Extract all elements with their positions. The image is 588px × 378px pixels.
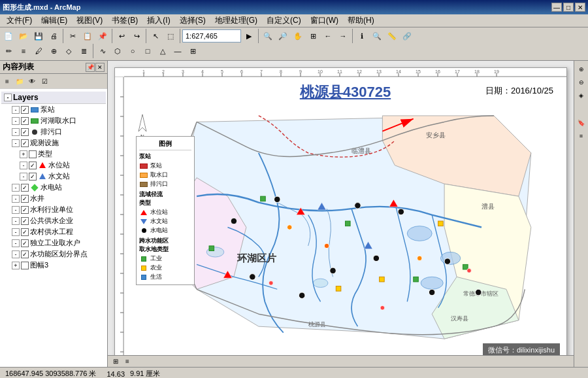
layer-item-well[interactable]: - 水井 — [1, 193, 106, 204]
layer-item-industrial-water[interactable]: - 独立工业取水户 — [1, 237, 106, 249]
legend-section-flow: 流域径流类型 — [139, 190, 191, 207]
list-by-drawing-order-button[interactable]: ≡ — [1, 75, 13, 87]
identify-button[interactable]: ℹ — [355, 29, 369, 43]
measure-button[interactable]: 📏 — [385, 29, 399, 43]
copy-button[interactable]: 📋 — [80, 29, 95, 43]
sidebar-pin-button[interactable]: 📌 — [86, 63, 95, 72]
find-button[interactable]: 🔍 — [370, 29, 384, 43]
menu-edit[interactable]: 编辑(E) — [37, 14, 71, 27]
pointer-button[interactable]: ↖ — [148, 29, 163, 43]
back-extent-button[interactable]: ← — [321, 29, 335, 43]
select-button[interactable]: ⬚ — [163, 29, 178, 43]
undo-button[interactable]: ↩ — [114, 29, 129, 43]
menu-insert[interactable]: 插入(I) — [143, 14, 174, 27]
list-by-source-button[interactable]: 📁 — [14, 75, 25, 87]
toolbars: 📄 📂 💾 🖨 ✂ 📋 📌 ↩ ↪ ↖ ⬚ ▶ 🔍 🔎 ✋ ⊞ ← → ℹ 🔍 … — [0, 27, 588, 61]
new-button[interactable]: 📄 — [1, 29, 16, 43]
layer-item-water-industry[interactable]: - 水利行业单位 — [1, 204, 106, 215]
right-tool-3[interactable]: ◈ — [576, 90, 587, 101]
sidebar-content[interactable]: - Layers - 泵站 - 河湖取水口 - 排污口 — [0, 89, 107, 367]
task-btn[interactable]: ≡ — [16, 44, 31, 58]
editor-btn[interactable]: 🖊 — [31, 44, 46, 58]
snap-btn[interactable]: ⊕ — [46, 44, 61, 58]
svg-point-62 — [421, 277, 443, 289]
sep7 — [93, 44, 93, 58]
hyperlink-button[interactable]: 🔗 — [400, 29, 414, 43]
sketch-btn5[interactable]: △ — [155, 44, 170, 58]
sketch-btn7[interactable]: ⊞ — [186, 44, 200, 58]
zoom-in-button[interactable]: 🔍 — [261, 29, 275, 43]
right-tool-5[interactable]: ≡ — [576, 130, 587, 142]
layout-view-button[interactable]: ⊞ — [110, 356, 121, 367]
layer-item-sewage-outlet[interactable]: - 排污口 — [1, 126, 106, 137]
minimize-button[interactable]: — — [551, 3, 562, 12]
svg-text:1: 1 — [142, 69, 145, 74]
print-button[interactable]: 🖨 — [46, 29, 61, 43]
menu-help[interactable]: 帮助(H) — [344, 14, 378, 27]
layer-item-frame[interactable]: + 图幅3 — [1, 260, 106, 271]
layer-item-hydropower[interactable]: - 水电站 — [1, 182, 106, 193]
redo-button[interactable]: ↪ — [129, 29, 144, 43]
layer-item-rural-water[interactable]: - 农村供水工程 — [1, 226, 106, 237]
svg-point-102 — [380, 305, 385, 310]
menu-window[interactable]: 窗口(W) — [306, 14, 342, 27]
vertex-btn[interactable]: ◇ — [61, 44, 76, 58]
menu-view[interactable]: 视图(V) — [73, 14, 106, 27]
open-button[interactable]: 📂 — [16, 29, 31, 43]
layer-item-water-level[interactable]: - 水位站 — [1, 160, 106, 171]
menu-geoprocessing[interactable]: 地理处理(G) — [211, 14, 261, 27]
svg-rect-96 — [336, 286, 341, 292]
sidebar-close-button[interactable]: ✕ — [95, 63, 105, 72]
full-extent-button[interactable]: ⊞ — [306, 29, 320, 43]
pan-button[interactable]: ✋ — [291, 29, 305, 43]
attr-btn[interactable]: ≣ — [76, 44, 91, 58]
sep1 — [63, 29, 63, 43]
layer-item-hydrology[interactable]: - 水文站 — [1, 171, 106, 182]
scale-input[interactable] — [182, 29, 241, 43]
edit-tool[interactable]: ✏ — [1, 44, 16, 58]
sep2 — [112, 29, 112, 43]
svg-text:4: 4 — [201, 69, 204, 74]
data-view-button[interactable]: ≡ — [122, 356, 133, 367]
menu-bookmark[interactable]: 书签(B) — [108, 14, 142, 27]
layer-item-river-intake[interactable]: - 河湖取水口 — [1, 115, 106, 126]
sketch-btn1[interactable]: ∿ — [95, 44, 110, 58]
maximize-button[interactable]: □ — [563, 3, 574, 12]
menu-select[interactable]: 选择(S) — [176, 14, 210, 27]
menu-customize[interactable]: 自定义(C) — [263, 14, 305, 27]
layer-item-function-zone[interactable]: - 水功能区划分界点 — [1, 249, 106, 260]
close-button[interactable]: ✕ — [575, 3, 585, 12]
go-button[interactable]: ▶ — [242, 29, 256, 43]
svg-text:19: 19 — [494, 69, 499, 74]
menu-file[interactable]: 文件(F) — [3, 14, 36, 27]
list-by-selection-button[interactable]: ☑ — [39, 75, 50, 87]
svg-text:环湖区片: 环湖区片 — [237, 252, 277, 264]
layer-item-type[interactable]: + 类型 — [1, 148, 106, 160]
paste-button[interactable]: 📌 — [95, 29, 110, 43]
right-panel: ⊕ ⊖ ◈ 🔖 ≡ — [574, 61, 588, 367]
save-button[interactable]: 💾 — [31, 29, 46, 43]
right-tool-2[interactable]: ⊖ — [576, 77, 587, 88]
list-by-visibility-button[interactable]: 👁 — [26, 75, 38, 87]
sketch-btn3[interactable]: ○ — [125, 44, 140, 58]
right-tool-4[interactable]: 🔖 — [576, 117, 587, 129]
sketch-btn6[interactable]: — — [171, 44, 185, 58]
svg-rect-87 — [414, 277, 419, 282]
map-bottom-toolbar: ⊞ ≡ — [108, 355, 574, 367]
toolbar-row-2: ✏ ≡ 🖊 ⊕ ◇ ≣ ∿ ⬡ ○ □ △ — ⊞ — [1, 44, 587, 58]
sketch-btn2[interactable]: ⬡ — [110, 44, 125, 58]
layer-item-public-water[interactable]: - 公共供水企业 — [1, 215, 106, 226]
layer-item-monitoring[interactable]: - 观测设施 — [1, 137, 106, 148]
layer-item-pumping-station[interactable]: - 泵站 — [1, 104, 106, 115]
right-tool-1[interactable]: ⊕ — [576, 63, 587, 75]
zoom-out-button[interactable]: 🔎 — [276, 29, 290, 43]
forward-extent-button[interactable]: → — [336, 29, 350, 43]
layers-group-header[interactable]: - Layers — [1, 92, 106, 104]
layers-expand-button[interactable]: - — [4, 94, 12, 101]
svg-point-78 — [429, 289, 434, 295]
svg-text:5: 5 — [221, 69, 223, 74]
north-arrow: N N — [136, 113, 149, 139]
cut-button[interactable]: ✂ — [65, 29, 80, 43]
sketch-btn4[interactable]: □ — [140, 44, 155, 58]
map-container[interactable]: 1 2 3 4 5 6 7 8 9 — [108, 61, 574, 367]
